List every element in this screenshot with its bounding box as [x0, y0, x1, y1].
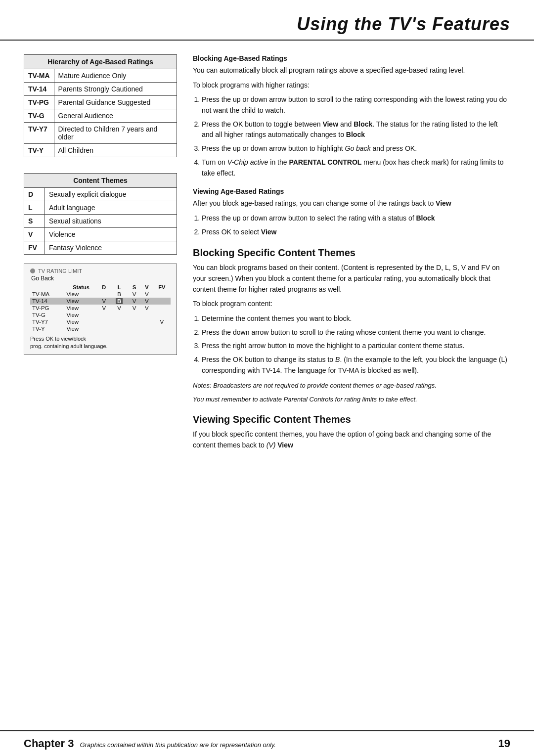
blocking-content-to-block: To block program content:: [193, 299, 510, 310]
blocking-age-to-block: To block programs with higher ratings:: [193, 80, 510, 91]
footer-page-number: 19: [498, 737, 510, 750]
content-themes-table: Content Themes D Sexually explicit dialo…: [24, 173, 177, 255]
page-footer: Chapter 3 Graphics contained within this…: [0, 730, 534, 756]
footer-left: Chapter 3 Graphics contained within this…: [24, 737, 276, 750]
rating-desc: General Audience: [54, 109, 177, 123]
content-table-header: Content Themes: [24, 174, 177, 188]
table-row: FV Fantasy Violence: [24, 241, 177, 255]
left-column: Hierarchy of Age-Based Ratings TV-MA Mat…: [24, 54, 177, 455]
blocking-age-steps: Press the up or down arrow button to scr…: [202, 94, 510, 178]
table-row: TV-14 Parents Strongly Cautioned: [24, 83, 177, 96]
footer-note: Graphics contained within this publicati…: [80, 741, 275, 749]
content-code: FV: [24, 241, 45, 255]
list-item: Press OK to select View: [202, 227, 510, 238]
table-row: L Adult language: [24, 201, 177, 215]
tv-rating-row: TV-G View: [30, 311, 171, 318]
dot-icon: [30, 268, 35, 273]
table-row: TV-PG Parental Guidance Suggested: [24, 96, 177, 109]
blocking-age-heading: Blocking Age-Based Ratings: [193, 54, 510, 62]
viewing-age-steps: Press the up or down arrow button to sel…: [202, 213, 510, 237]
content-desc: Fantasy Violence: [45, 241, 177, 255]
viewing-content-title: Viewing Specific Content Themes: [193, 414, 510, 425]
tv-rating-row: TV-PG View V V V V: [30, 305, 171, 311]
table-row: TV-G General Audience: [24, 109, 177, 123]
note1: Notes: Broadcasters are not required to …: [193, 381, 510, 391]
page-title: Using the TV's Features: [24, 14, 510, 35]
blocking-content-title: Blocking Specific Content Themes: [193, 247, 510, 259]
rating-code: TV-MA: [24, 69, 54, 83]
content-code: V: [24, 228, 45, 241]
list-item: Press the down arrow button to scroll to…: [202, 327, 510, 338]
list-item: Turn on V-Chip active in the PARENTAL CO…: [202, 157, 510, 178]
blocking-content-steps: Determine the content themes you want to…: [202, 313, 510, 376]
content-desc: Violence: [45, 228, 177, 241]
rating-desc: Parents Strongly Cautioned: [54, 83, 177, 96]
list-item: Press the up or down arrow button to sel…: [202, 213, 510, 224]
rating-code: TV-Y7: [24, 123, 54, 144]
viewing-age-heading: Viewing Age-Based Ratings: [193, 187, 510, 195]
ratings-table: Hierarchy of Age-Based Ratings TV-MA Mat…: [24, 54, 177, 157]
tv-rating-grid: Status D L S V FV TV-MA View B V: [30, 284, 171, 332]
list-item: Determine the content themes you want to…: [202, 313, 510, 324]
list-item: Press the OK button to toggle between Vi…: [202, 119, 510, 140]
rating-desc: Mature Audience Only: [54, 69, 177, 83]
table-row: TV-Y All Children: [24, 144, 177, 157]
tv-rating-title: TV RATING LIMIT: [30, 268, 171, 274]
tv-rating-row: TV-MA View B V V: [30, 291, 171, 298]
right-column: Blocking Age-Based Ratings You can autom…: [193, 54, 510, 455]
footer-chapter: Chapter 3: [24, 737, 74, 750]
rating-code: TV-14: [24, 83, 54, 96]
content-code: D: [24, 188, 45, 201]
rating-code: TV-Y: [24, 144, 54, 157]
table-row: V Violence: [24, 228, 177, 241]
rating-code: TV-G: [24, 109, 54, 123]
viewing-content-body: If you block specific content themes, yo…: [193, 429, 510, 450]
list-item: Press the OK button to change its status…: [202, 355, 510, 376]
rating-desc: Parental Guidance Suggested: [54, 96, 177, 109]
tv-rating-row-highlighted: TV-14 View V B V V: [30, 298, 171, 305]
list-item: Press the up or down arrow button to scr…: [202, 94, 510, 116]
content-desc: Adult language: [45, 201, 177, 215]
main-content: Hierarchy of Age-Based Ratings TV-MA Mat…: [0, 41, 534, 455]
note2: You must remember to activate Parental C…: [193, 395, 510, 404]
table-row: S Sexual situations: [24, 215, 177, 228]
content-code: S: [24, 215, 45, 228]
content-code: L: [24, 201, 45, 215]
list-item: Press the up or down arrow button to hig…: [202, 143, 510, 154]
table-row: TV-Y7 Directed to Children 7 years and o…: [24, 123, 177, 144]
rating-code: TV-PG: [24, 96, 54, 109]
table-row: D Sexually explicit dialogue: [24, 188, 177, 201]
rating-desc: All Children: [54, 144, 177, 157]
viewing-age-intro: After you block age-based ratings, you c…: [193, 198, 510, 209]
blocking-age-intro: You can automatically block all program …: [193, 65, 510, 76]
rating-desc: Directed to Children 7 years and older: [54, 123, 177, 144]
tv-rating-note: Press OK to view/blockprog. containing a…: [30, 335, 171, 351]
go-back-label: Go Back: [30, 275, 171, 282]
list-item: Press the right arrow button to move the…: [202, 341, 510, 352]
content-desc: Sexually explicit dialogue: [45, 188, 177, 201]
blocking-content-intro: You can block programs based on their co…: [193, 263, 510, 295]
content-desc: Sexual situations: [45, 215, 177, 228]
table-row: TV-MA Mature Audience Only: [24, 69, 177, 83]
page-header: Using the TV's Features: [0, 0, 534, 41]
tv-rating-row: TV-Y View: [30, 325, 171, 332]
tv-rating-limit-box: TV RATING LIMIT Go Back Status D L S V F…: [24, 264, 177, 355]
ratings-table-header: Hierarchy of Age-Based Ratings: [24, 55, 177, 69]
tv-rating-row: TV-Y7 View V: [30, 318, 171, 325]
